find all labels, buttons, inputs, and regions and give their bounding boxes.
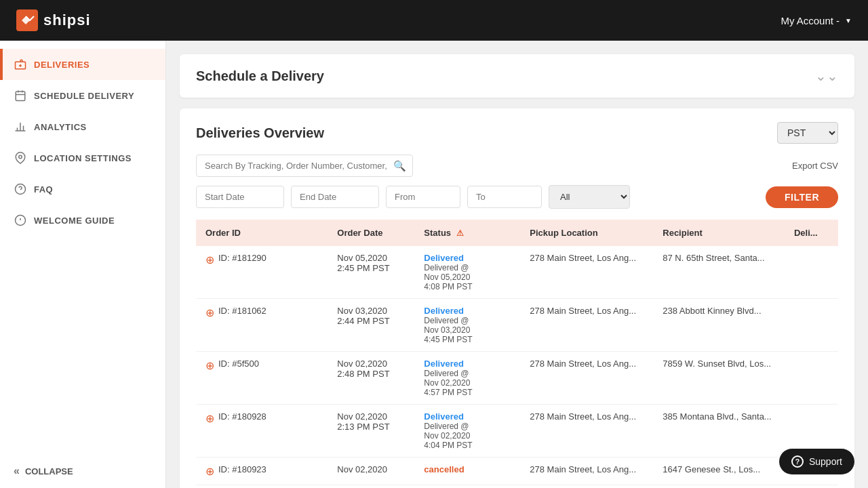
- table-row[interactable]: ⊕ ID: #180923 Nov 02,2020 cancelled 278 …: [196, 458, 838, 485]
- deliveries-table: Order ID Order Date Status ⚠ Pickup Loca…: [196, 220, 838, 485]
- status-warning-icon: ⚠: [456, 228, 464, 238]
- overview-title: Deliveries Overview: [196, 125, 324, 141]
- status-label: cancelled: [424, 464, 464, 474]
- main-content: Schedule a Delivery ⌄⌄ Deliveries Overvi…: [166, 41, 868, 488]
- order-date-line: 2:44 PM PST: [337, 316, 405, 326]
- order-id-text: ID: #180928: [218, 411, 267, 422]
- support-button[interactable]: ? Support: [779, 449, 854, 474]
- sidebar-item-location-label: LOCATION SETTINGS: [34, 153, 132, 163]
- status-sub-line: 4:57 PM PST: [424, 388, 511, 397]
- logo-icon: [16, 9, 38, 31]
- order-date-line: Nov 05,2020: [337, 253, 405, 263]
- col-header-order-id: Order ID: [196, 220, 328, 246]
- cell-deli: [785, 352, 838, 405]
- cell-status: Delivered Delivered @Nov 02,20204:57 PM …: [414, 352, 520, 405]
- status-sub-line: 4:04 PM PST: [424, 441, 511, 450]
- col-header-pickup-location: Pickup Location: [520, 220, 653, 246]
- order-icon: ⊕: [205, 465, 214, 478]
- order-date-line: Nov 02,2020: [337, 359, 405, 369]
- filter-row: All Delivered Cancelled FILTER: [196, 185, 838, 209]
- collapse-icon: «: [14, 465, 20, 477]
- schedule-delivery-card[interactable]: Schedule a Delivery ⌄⌄: [180, 54, 854, 98]
- my-account-arrow-icon: ▼: [845, 17, 852, 24]
- table-header-row: Order ID Order Date Status ⚠ Pickup Loca…: [196, 220, 838, 246]
- cell-recipient: 385 Montana Blvd., Santa...: [653, 405, 785, 458]
- status-label: Delivered: [424, 306, 464, 316]
- table-row[interactable]: ⊕ ID: #5f500 Nov 02,20202:48 PM PST Deli…: [196, 352, 838, 405]
- search-input[interactable]: [196, 155, 413, 177]
- end-date-input[interactable]: [291, 186, 379, 208]
- support-label: Support: [809, 456, 842, 467]
- status-sub-line: Delivered @: [424, 422, 511, 431]
- sidebar: DELIVERIES SCHEDULE DELIVERY ANALYTICS: [0, 41, 166, 488]
- sidebar-item-welcome-label: WELCOME GUIDE: [34, 216, 115, 226]
- question-icon: [14, 182, 27, 196]
- cell-deli: [785, 299, 838, 352]
- schedule-delivery-title: Schedule a Delivery: [196, 68, 324, 84]
- order-icon: ⊕: [205, 359, 214, 372]
- from-input[interactable]: [386, 186, 460, 208]
- cell-status: Delivered Delivered @Nov 02,20204:04 PM …: [414, 405, 520, 458]
- export-csv-button[interactable]: Export CSV: [792, 161, 838, 171]
- sidebar-collapse[interactable]: « COLLAPSE: [0, 454, 165, 488]
- cell-order-date: Nov 02,20202:13 PM PST: [328, 405, 414, 458]
- sidebar-item-schedule-delivery[interactable]: SCHEDULE DELIVERY: [0, 80, 165, 111]
- col-header-status: Status ⚠: [414, 220, 520, 246]
- col-header-recipient: Recipient: [653, 220, 785, 246]
- status-label: Delivered: [424, 359, 464, 369]
- box-icon: [14, 58, 27, 71]
- cell-order-id: ⊕ ID: #5f500: [196, 352, 328, 405]
- cell-pickup: 278 Main Street, Los Ang...: [520, 405, 653, 458]
- logo: shipsi: [16, 9, 91, 31]
- sidebar-item-analytics-label: ANALYTICS: [34, 122, 87, 132]
- search-input-wrap: 🔍: [196, 155, 413, 177]
- order-id-text: ID: #5f500: [218, 359, 259, 369]
- app-body: DELIVERIES SCHEDULE DELIVERY ANALYTICS: [0, 41, 868, 488]
- sidebar-item-location-settings[interactable]: LOCATION SETTINGS: [0, 142, 165, 174]
- cell-order-id: ⊕ ID: #181290: [196, 246, 328, 299]
- my-account-menu[interactable]: My Account - ▼: [781, 15, 852, 26]
- order-date-line: Nov 02,2020: [337, 464, 405, 474]
- order-date-line: Nov 03,2020: [337, 306, 405, 316]
- search-row: 🔍 Export CSV: [196, 155, 838, 177]
- cell-order-id: ⊕ ID: #180928: [196, 405, 328, 458]
- order-icon: ⊕: [205, 253, 214, 266]
- col-header-order-date: Order Date: [328, 220, 414, 246]
- cell-order-date: Nov 02,2020: [328, 458, 414, 485]
- timezone-select[interactable]: PST EST CST MST: [777, 122, 838, 144]
- app-header: shipsi My Account - ▼: [0, 0, 868, 41]
- cell-status: cancelled: [414, 458, 520, 485]
- sidebar-item-faq-label: FAQ: [34, 184, 53, 195]
- chart-icon: [14, 120, 27, 134]
- sidebar-item-schedule-label: SCHEDULE DELIVERY: [34, 91, 134, 101]
- support-icon: ?: [791, 455, 804, 468]
- sidebar-item-analytics[interactable]: ANALYTICS: [0, 111, 165, 142]
- filter-button[interactable]: FILTER: [766, 186, 838, 208]
- col-header-deli: Deli...: [785, 220, 838, 246]
- table-row[interactable]: ⊕ ID: #180928 Nov 02,20202:13 PM PST Del…: [196, 405, 838, 458]
- status-sub-line: Nov 02,2020: [424, 431, 511, 441]
- start-date-input[interactable]: [196, 186, 284, 208]
- order-id-text: ID: #180923: [218, 464, 267, 474]
- cell-pickup: 278 Main Street, Los Ang...: [520, 299, 653, 352]
- status-filter-select[interactable]: All Delivered Cancelled: [549, 185, 630, 209]
- status-sub-line: Nov 02,2020: [424, 378, 511, 388]
- status-sub-line: Delivered @: [424, 263, 511, 272]
- sidebar-item-deliveries-label: DELIVERIES: [34, 60, 90, 70]
- order-id-text: ID: #181062: [218, 306, 267, 316]
- cell-pickup: 278 Main Street, Los Ang...: [520, 458, 653, 485]
- my-account-label: My Account -: [781, 15, 840, 26]
- order-icon: ⊕: [205, 412, 214, 425]
- order-icon: ⊕: [205, 306, 214, 319]
- cell-status: Delivered Delivered @Nov 05,20204:08 PM …: [414, 246, 520, 299]
- status-sub-line: Delivered @: [424, 369, 511, 378]
- pin-icon: [14, 151, 27, 165]
- sidebar-item-welcome-guide[interactable]: WELCOME GUIDE: [0, 205, 165, 236]
- to-input[interactable]: [467, 186, 542, 208]
- table-row[interactable]: ⊕ ID: #181062 Nov 03,20202:44 PM PST Del…: [196, 299, 838, 352]
- collapse-label: COLLAPSE: [25, 466, 73, 476]
- table-row[interactable]: ⊕ ID: #181290 Nov 05,20202:45 PM PST Del…: [196, 246, 838, 299]
- sidebar-item-faq[interactable]: FAQ: [0, 174, 165, 205]
- overview-header: Deliveries Overview PST EST CST MST: [196, 122, 838, 144]
- sidebar-item-deliveries[interactable]: DELIVERIES: [0, 49, 165, 80]
